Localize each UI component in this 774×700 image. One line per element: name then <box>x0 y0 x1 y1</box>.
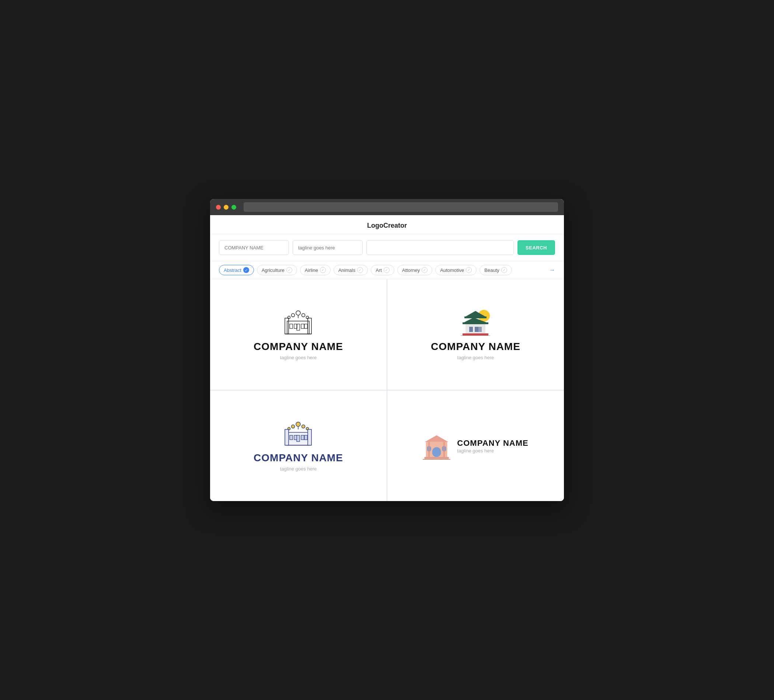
logo3-company-name: COMPANY NAME <box>253 452 343 464</box>
svg-rect-22 <box>475 327 478 332</box>
check-icon-attorney <box>422 267 428 273</box>
logo-card-2[interactable]: COMPANY NAME tagline goes here <box>387 279 564 390</box>
logo-card-3[interactable]: COMPANY NAME tagline goes here <box>210 391 387 501</box>
building-outline-icon <box>283 309 313 338</box>
check-icon-beauty <box>501 267 507 273</box>
svg-rect-49 <box>423 459 450 459</box>
svg-rect-43 <box>432 447 441 457</box>
filter-bar: Abstract Agriculture Airline Animals Art… <box>210 261 564 279</box>
logo1-company-name: COMPANY NAME <box>253 341 343 353</box>
svg-rect-40 <box>308 429 311 445</box>
svg-rect-36 <box>301 435 304 439</box>
filter-chip-art[interactable]: Art <box>371 265 394 275</box>
filter-next-button[interactable]: → <box>549 267 555 273</box>
logo4-text-group: COMPANY NAME tagline goes here <box>457 438 528 454</box>
filter-chip-animals[interactable]: Animals <box>334 265 368 275</box>
maximize-button[interactable] <box>232 205 236 210</box>
tagline-input[interactable] <box>293 240 363 255</box>
svg-rect-17 <box>465 317 486 318</box>
svg-rect-48 <box>425 457 449 459</box>
browser-window: LogoCreator SEARCH Abstract Agriculture … <box>210 199 564 501</box>
logo-card-1[interactable]: COMPANY NAME tagline goes here <box>210 279 387 390</box>
filter-chip-airline[interactable]: Airline <box>300 265 331 275</box>
svg-point-27 <box>291 425 295 428</box>
svg-rect-39 <box>285 429 289 445</box>
filter-label-airline: Airline <box>305 267 318 273</box>
logo1-tagline: tagline goes here <box>280 355 317 360</box>
svg-rect-6 <box>287 321 309 334</box>
filter-chip-agriculture[interactable]: Agriculture <box>257 265 297 275</box>
logo-card-4-inner: COMPANY NAME tagline goes here <box>423 432 528 460</box>
check-icon-airline <box>320 267 326 273</box>
svg-point-28 <box>302 425 305 428</box>
search-bar: SEARCH <box>210 234 564 261</box>
filter-label-art: Art <box>375 267 382 273</box>
logo4-tagline: tagline goes here <box>457 448 528 454</box>
address-bar <box>244 202 558 212</box>
logo2-tagline: tagline goes here <box>457 355 494 360</box>
check-icon-animals <box>357 267 363 273</box>
minimize-button[interactable] <box>224 205 228 210</box>
svg-rect-35 <box>297 435 299 441</box>
svg-rect-13 <box>285 318 289 334</box>
svg-rect-46 <box>428 442 430 457</box>
logo2-company-name: COMPANY NAME <box>431 341 521 353</box>
filter-label-beauty: Beauty <box>484 267 499 273</box>
close-button[interactable] <box>216 205 221 210</box>
svg-rect-21 <box>469 327 473 332</box>
svg-rect-37 <box>304 435 308 439</box>
filter-chip-automotive[interactable]: Automotive <box>435 265 476 275</box>
logo-card-2-inner: COMPANY NAME tagline goes here <box>431 309 521 360</box>
arch-building-icon <box>423 432 450 460</box>
filter-label-attorney: Attorney <box>402 267 420 273</box>
building-colored-icon <box>283 420 313 450</box>
logo-card-4[interactable]: COMPANY NAME tagline goes here <box>387 391 564 501</box>
filter-chip-attorney[interactable]: Attorney <box>397 265 432 275</box>
app-header: LogoCreator <box>210 215 564 234</box>
company-name-input[interactable] <box>219 240 289 255</box>
svg-point-2 <box>302 314 305 317</box>
svg-rect-33 <box>290 435 293 439</box>
logo-card-3-inner: COMPANY NAME tagline goes here <box>253 420 343 472</box>
svg-rect-19 <box>463 322 488 324</box>
asian-temple-icon <box>459 309 492 338</box>
svg-rect-14 <box>308 318 311 334</box>
logo-grid: COMPANY NAME tagline goes here <box>210 279 564 501</box>
svg-rect-11 <box>304 324 308 328</box>
svg-rect-47 <box>443 442 445 457</box>
svg-rect-7 <box>290 324 293 328</box>
browser-titlebar <box>210 199 564 215</box>
filter-label-automotive: Automotive <box>440 267 464 273</box>
keyword-input[interactable] <box>366 240 514 255</box>
logo-card-1-inner: COMPANY NAME tagline goes here <box>253 309 343 360</box>
svg-rect-23 <box>478 327 482 332</box>
svg-point-0 <box>296 310 300 315</box>
app-title: LogoCreator <box>367 222 407 229</box>
check-icon-art <box>384 267 390 273</box>
svg-point-26 <box>296 422 300 426</box>
filter-chip-abstract[interactable]: Abstract <box>219 265 254 275</box>
check-icon-agriculture <box>286 267 292 273</box>
filter-label-agriculture: Agriculture <box>262 267 284 273</box>
logo4-company-name: COMPANY NAME <box>457 438 528 448</box>
logo3-tagline: tagline goes here <box>280 466 317 472</box>
filter-label-abstract: Abstract <box>224 267 241 273</box>
svg-rect-24 <box>463 333 488 336</box>
search-button[interactable]: SEARCH <box>518 240 555 255</box>
check-icon-automotive <box>466 267 472 273</box>
filter-label-animals: Animals <box>338 267 355 273</box>
browser-content: LogoCreator SEARCH Abstract Agriculture … <box>210 215 564 501</box>
svg-rect-10 <box>301 324 304 328</box>
check-icon-abstract <box>243 267 249 273</box>
svg-point-1 <box>291 314 295 317</box>
filter-chip-beauty[interactable]: Beauty <box>480 265 511 275</box>
svg-marker-42 <box>425 435 448 442</box>
